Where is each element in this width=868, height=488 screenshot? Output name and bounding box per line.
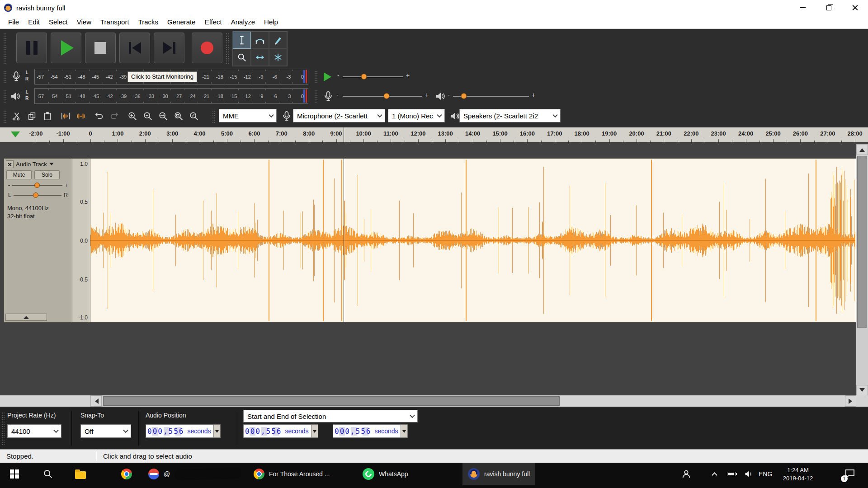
toolbar-grip[interactable] xyxy=(4,109,7,123)
toolbar-grip[interactable] xyxy=(315,90,318,103)
action-center-button[interactable]: 1 xyxy=(840,463,860,485)
audio-position-digits[interactable]: 000,556 xyxy=(146,427,185,436)
selection-start-field[interactable]: 000,556 seconds xyxy=(243,424,318,438)
scroll-right-button[interactable] xyxy=(845,395,856,407)
record-button[interactable] xyxy=(192,33,222,63)
close-button[interactable] xyxy=(842,0,868,15)
gain-slider[interactable]: - + xyxy=(4,180,72,190)
envelope-tool-button[interactable] xyxy=(251,32,269,49)
vertical-scrollbar-thumb[interactable] xyxy=(857,156,867,328)
trim-audio-button[interactable] xyxy=(58,108,73,123)
menu-edit[interactable]: Edit xyxy=(24,18,44,26)
snap-to-select[interactable]: Off xyxy=(80,424,131,438)
solo-button[interactable]: Solo xyxy=(34,170,60,179)
multi-tool-button[interactable] xyxy=(269,49,287,66)
paste-button[interactable] xyxy=(40,108,55,123)
menu-transport[interactable]: Transport xyxy=(96,18,134,26)
play-speed-slider[interactable] xyxy=(343,72,403,81)
zoom-tool-button[interactable] xyxy=(233,49,251,66)
menu-select[interactable]: Select xyxy=(44,18,72,26)
cut-button[interactable] xyxy=(9,108,24,123)
menu-view[interactable]: View xyxy=(72,18,96,26)
toolbar-grip[interactable] xyxy=(212,109,216,123)
pause-button[interactable] xyxy=(16,33,47,63)
vertical-scrollbar[interactable] xyxy=(856,144,868,396)
selection-end-field[interactable]: 000,556 seconds xyxy=(333,424,408,438)
horizontal-scrollbar-thumb[interactable] xyxy=(103,396,560,406)
file-explorer-button[interactable] xyxy=(71,463,90,485)
pan-slider[interactable]: L R xyxy=(4,190,72,200)
waveform-canvas[interactable] xyxy=(90,159,855,322)
recording-meter[interactable]: Click to Start Monitoring -57-54-51-48-4… xyxy=(34,69,308,84)
vertical-ruler[interactable]: 1.00.50.0-0.5-1.0 xyxy=(72,158,90,323)
redo-button[interactable] xyxy=(107,108,122,123)
playback-device-select[interactable]: Speakers (2- Scarlett 2i2 xyxy=(459,109,561,122)
menu-effect[interactable]: Effect xyxy=(200,18,226,26)
fit-selection-button[interactable] xyxy=(156,108,170,123)
audio-position-field[interactable]: 000,556 seconds xyxy=(146,424,221,438)
audio-position-dropdown[interactable] xyxy=(213,425,220,437)
taskbar-clock[interactable]: 1:24 AM 2019-04-12 xyxy=(778,466,818,483)
toolbar-grip[interactable] xyxy=(4,70,7,83)
toolbar-grip[interactable] xyxy=(4,33,7,64)
track-close-button[interactable] xyxy=(6,160,14,168)
menu-help[interactable]: Help xyxy=(259,18,283,26)
project-rate-select[interactable]: 44100 xyxy=(7,424,61,438)
selection-mode-select[interactable]: Start and End of Selection xyxy=(243,410,418,422)
recording-device-select[interactable]: Microphone (2- Scarlett xyxy=(293,109,385,122)
zoom-in-button[interactable] xyxy=(125,108,140,123)
track-collapse-button[interactable] xyxy=(5,314,47,321)
scroll-up-button[interactable] xyxy=(856,144,868,155)
taskbar-item-chrome-window[interactable]: For Those Aroused ... xyxy=(248,463,335,485)
stop-button[interactable] xyxy=(85,33,116,63)
audio-host-select[interactable]: MME xyxy=(219,109,277,122)
menu-tracks[interactable]: Tracks xyxy=(134,18,163,26)
playback-volume-thumb[interactable] xyxy=(461,93,467,99)
selection-tool-button[interactable] xyxy=(233,32,251,49)
selection-end-digits[interactable]: 000,556 xyxy=(333,427,373,436)
recording-volume-slider[interactable] xyxy=(343,92,422,101)
toolbar-grip[interactable] xyxy=(4,90,7,103)
track-title[interactable]: Audio Track xyxy=(16,161,47,168)
zoom-toggle-button[interactable] xyxy=(186,108,201,123)
menu-file[interactable]: File xyxy=(4,18,24,26)
playback-volume-slider[interactable] xyxy=(453,92,529,101)
silence-audio-button[interactable] xyxy=(73,108,88,123)
language-indicator[interactable]: ENG xyxy=(756,463,775,485)
scroll-left-button[interactable] xyxy=(90,395,102,407)
selection-start-digits[interactable]: 000,556 xyxy=(244,427,283,436)
play-at-speed-icon[interactable] xyxy=(324,72,331,81)
skip-to-start-button[interactable] xyxy=(119,33,150,63)
people-button[interactable] xyxy=(676,463,696,485)
pan-slider-thumb[interactable] xyxy=(33,192,38,198)
taskbar-item-whatsapp[interactable]: WhatsApp xyxy=(357,463,414,485)
selection-start-dropdown[interactable] xyxy=(311,425,318,437)
minimize-button[interactable] xyxy=(789,0,816,15)
chrome-button[interactable] xyxy=(117,463,137,485)
timeline-pin-icon[interactable] xyxy=(11,131,20,142)
zoom-out-button[interactable] xyxy=(140,108,155,123)
track-menu-caret-icon[interactable] xyxy=(49,163,54,168)
copy-button[interactable] xyxy=(24,108,39,123)
menu-analyze[interactable]: Analyze xyxy=(226,18,259,26)
timeshift-tool-button[interactable] xyxy=(251,49,269,66)
start-button[interactable] xyxy=(5,463,24,485)
taskbar-search-button[interactable] xyxy=(38,463,58,485)
scroll-down-button[interactable] xyxy=(856,385,868,396)
timeline-ruler[interactable]: -2:00-1:0001:002:003:004:005:006:007:008… xyxy=(0,127,868,143)
menu-generate[interactable]: Generate xyxy=(163,18,200,26)
recording-channels-select[interactable]: 1 (Mono) Rec xyxy=(388,109,445,122)
restore-button[interactable] xyxy=(816,0,842,15)
skip-to-end-button[interactable] xyxy=(154,33,184,63)
recording-volume-thumb[interactable] xyxy=(383,93,389,99)
taskbar-item-scribbled[interactable]: @ xyxy=(143,463,247,485)
horizontal-scrollbar[interactable] xyxy=(0,395,868,407)
fit-project-button[interactable] xyxy=(171,108,186,123)
play-speed-slider-thumb[interactable] xyxy=(361,74,367,80)
toolbar-grip[interactable] xyxy=(2,412,5,445)
gain-slider-thumb[interactable] xyxy=(34,183,40,188)
toolbar-grip[interactable] xyxy=(315,70,318,83)
play-button[interactable] xyxy=(51,33,81,63)
draw-tool-button[interactable] xyxy=(269,32,287,49)
mute-button[interactable]: Mute xyxy=(6,170,32,179)
